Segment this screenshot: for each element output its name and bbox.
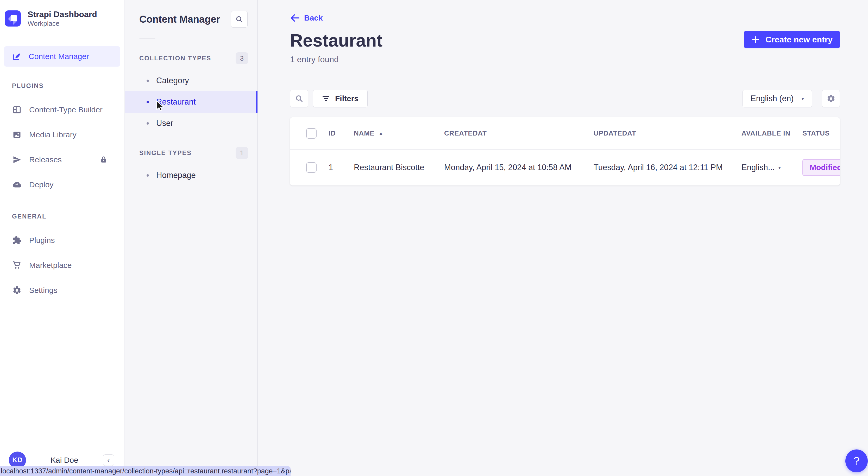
- cart-icon: [12, 260, 22, 270]
- section-label: PLUGINS: [12, 82, 124, 90]
- header-cell-checkbox: [290, 128, 329, 139]
- back-link[interactable]: Back: [290, 13, 323, 22]
- divider: [139, 38, 155, 39]
- toolbar-right: English (en) ▾: [743, 90, 840, 107]
- subnav-item-homepage[interactable]: Homepage: [125, 165, 257, 186]
- count-badge: 3: [236, 52, 248, 64]
- row-cell-updatedat: Tuesday, April 16, 2024 at 12:11 PM: [594, 163, 741, 172]
- avatar[interactable]: KD: [9, 451, 26, 469]
- sidebar-section-general: GENERAL Plugins Marketplace: [0, 213, 124, 303]
- header-cell-id[interactable]: ID: [329, 129, 354, 137]
- app-title: Strapi Dashboard: [28, 9, 97, 19]
- entry-count: 1 entry found: [290, 55, 382, 64]
- sidebar-item-releases[interactable]: Releases: [0, 147, 124, 172]
- user-name: Kai Doe: [51, 456, 79, 465]
- entries-table-card: ID NAME ▲ CREATEDAT UPDATEDAT AVAILABLE …: [290, 117, 840, 185]
- gear-icon: [12, 285, 22, 295]
- subnav-item-category[interactable]: Category: [125, 70, 257, 91]
- locale-select[interactable]: English (en) ▾: [743, 90, 812, 107]
- select-all-checkbox[interactable]: [306, 128, 317, 139]
- sidebar-item-label: Releases: [29, 155, 62, 164]
- header-cell-updatedat[interactable]: UPDATEDAT: [594, 129, 741, 137]
- count-badge: 1: [236, 147, 248, 159]
- strapi-admin-app: Strapi Dashboard Workplace Content Manag…: [0, 0, 868, 476]
- help-button[interactable]: ?: [845, 449, 868, 472]
- row-cell-status: Modified: [802, 159, 840, 176]
- collection-types-section: COLLECTION TYPES 3 Category Restaurant U…: [125, 52, 257, 134]
- subnav-item-label: User: [156, 118, 173, 128]
- single-types-section: SINGLE TYPES 1 Homepage: [125, 147, 257, 186]
- header-cell-available-in: AVAILABLE IN: [741, 129, 802, 137]
- list-toolbar: Filters English (en) ▾: [290, 90, 840, 107]
- puzzle-icon: [12, 235, 22, 245]
- sidebar-item-deploy[interactable]: Deploy: [0, 172, 124, 197]
- sidebar-item-label: Marketplace: [29, 261, 71, 270]
- page-title: Restaurant: [290, 31, 382, 50]
- section-label: COLLECTION TYPES: [139, 55, 211, 62]
- main-sidebar: Strapi Dashboard Workplace Content Manag…: [0, 0, 124, 476]
- search-button[interactable]: [290, 90, 308, 107]
- row-cell-id: 1: [329, 163, 354, 172]
- back-arrow-icon: [290, 13, 300, 22]
- cloud-icon: [12, 180, 22, 190]
- filters-button[interactable]: Filters: [313, 90, 368, 107]
- subnav-item-label: Homepage: [156, 171, 196, 180]
- pen-icon: [11, 52, 21, 61]
- table-header-row: ID NAME ▲ CREATEDAT UPDATEDAT AVAILABLE …: [290, 117, 840, 149]
- caret-down-icon: ▾: [778, 165, 781, 170]
- sidebar-item-content-manager[interactable]: Content Manager: [4, 46, 120, 67]
- sidebar-item-plugins[interactable]: Plugins: [0, 228, 124, 253]
- search-icon: [295, 94, 304, 103]
- subnav-header: Content Manager: [125, 0, 257, 28]
- sidebar-item-content-type-builder[interactable]: Content-Type Builder: [0, 97, 124, 122]
- sidebar-item-media-library[interactable]: Media Library: [0, 122, 124, 147]
- subnav-item-restaurant[interactable]: Restaurant: [125, 91, 257, 113]
- search-icon: [235, 15, 243, 24]
- status-badge: Modified: [802, 159, 840, 176]
- create-new-entry-button[interactable]: Create new entry: [744, 31, 840, 48]
- page-header: Restaurant 1 entry found Create new entr…: [290, 31, 840, 64]
- toolbar-left: Filters: [290, 90, 368, 107]
- strapi-logo-icon: [5, 10, 21, 27]
- link-preview-statusbar: localhost:1337/admin/content-manager/col…: [0, 466, 290, 476]
- header-cell-createdat[interactable]: CREATEDAT: [444, 129, 594, 137]
- create-button-label: Create new entry: [766, 35, 833, 44]
- sidebar-item-label: Content Manager: [29, 52, 89, 61]
- subnav-search-button[interactable]: [231, 11, 248, 28]
- subnav-item-label: Category: [156, 76, 189, 85]
- gear-icon: [827, 94, 835, 103]
- subnav-item-label: Restaurant: [156, 97, 196, 107]
- sidebar-item-label: Content-Type Builder: [29, 105, 102, 114]
- locale-value: English (en): [751, 94, 794, 103]
- question-icon: ?: [854, 455, 860, 467]
- sidebar-item-marketplace[interactable]: Marketplace: [0, 253, 124, 278]
- table-row[interactable]: 1 Restaurant Biscotte Monday, April 15, …: [290, 149, 840, 185]
- layout-grid-icon: [12, 105, 22, 115]
- sidebar-item-label: Settings: [29, 286, 57, 295]
- header-cell-name[interactable]: NAME ▲: [354, 129, 444, 137]
- row-cell-name: Restaurant Biscotte: [354, 163, 444, 172]
- collection-types-header: COLLECTION TYPES 3: [125, 52, 257, 64]
- subnav-title: Content Manager: [139, 14, 220, 25]
- sidebar-item-label: Plugins: [29, 236, 55, 245]
- brand-text: Strapi Dashboard Workplace: [28, 9, 97, 28]
- lock-icon: [99, 155, 108, 164]
- sidebar-item-settings[interactable]: Settings: [0, 278, 124, 303]
- subnav-item-user[interactable]: User: [125, 113, 257, 134]
- row-cell-createdat: Monday, April 15, 2024 at 10:58 AM: [444, 163, 594, 172]
- filter-icon: [322, 95, 330, 102]
- filters-label: Filters: [335, 94, 359, 103]
- row-cell-available-in[interactable]: English... ▾: [741, 163, 802, 172]
- sidebar-item-label: Deploy: [29, 180, 53, 189]
- collapse-sidebar-button[interactable]: ‹: [103, 454, 114, 466]
- sort-asc-icon: ▲: [379, 131, 383, 136]
- bullet-icon: [147, 79, 149, 82]
- caret-down-icon: ▾: [801, 96, 804, 101]
- sidebar-section-plugins: PLUGINS Content-Type Builder: [0, 82, 124, 197]
- row-checkbox[interactable]: [306, 162, 317, 173]
- workspace-brand[interactable]: Strapi Dashboard Workplace: [0, 0, 124, 28]
- view-settings-button[interactable]: [822, 90, 840, 107]
- content-manager-subnav: Content Manager COLLECTION TYPES 3 Categ…: [125, 0, 258, 476]
- sidebar-item-label: Media Library: [29, 130, 76, 139]
- row-cell-checkbox: [290, 162, 329, 173]
